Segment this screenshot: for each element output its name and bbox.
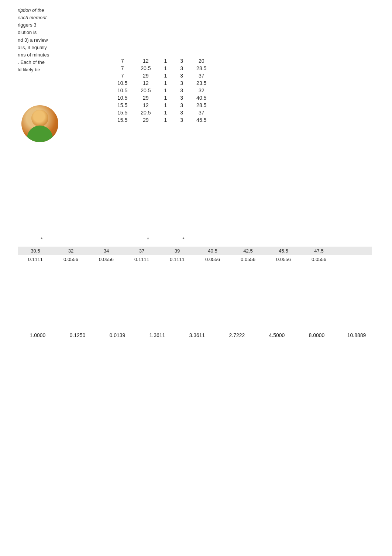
hl-row1-cell-6: 42.5 — [230, 248, 266, 254]
table1-row6-col0: 15.5 — [111, 102, 134, 109]
table1-row6-col3: 3 — [173, 102, 190, 109]
hl-row2-cell-4: 0.1111 — [159, 257, 195, 262]
table1-row5-col4: 40.5 — [190, 94, 213, 102]
table1-row4-col1: 20.5 — [134, 87, 157, 94]
table1-row8-col3: 3 — [173, 116, 190, 124]
table1-row1-col4: 28.5 — [190, 65, 213, 72]
table1-row5-col0: 10.5 — [111, 94, 134, 102]
data-table-1: 7121320720.51328.5729133710.5121323.510.… — [111, 57, 213, 124]
table1-row0-col1: 12 — [134, 57, 157, 65]
page-container: ription of the each element riggers 3 ol… — [0, 0, 392, 556]
table1-row2-col4: 37 — [190, 72, 213, 79]
table1-row2-col3: 3 — [173, 72, 190, 79]
table1-row7-col2: 1 — [158, 109, 174, 116]
avatar — [21, 105, 58, 142]
text-line-1: ription of the each element — [18, 7, 47, 20]
highlighted-table: 30.53234373940.542.545.547.5 0.11110.055… — [18, 247, 372, 264]
bottom-cell-4: 3.3611 — [177, 332, 217, 338]
table1-row2-col0: 7 — [111, 72, 134, 79]
table1-row1-col0: 7 — [111, 65, 134, 72]
asterisk-1: * — [24, 236, 59, 242]
table1-row8-col1: 29 — [134, 116, 157, 124]
table1-row8-col4: 45.5 — [190, 116, 213, 124]
table1-row3-col2: 1 — [158, 79, 174, 87]
hl-row1-cell-3: 37 — [124, 248, 159, 254]
text-line-2: riggers 3 olution is nd 3) a review alls… — [18, 22, 49, 72]
asterisk-9 — [307, 236, 343, 242]
table1-row0-col2: 1 — [158, 57, 174, 65]
asterisk-6 — [201, 236, 237, 242]
asterisk-4: * — [130, 236, 166, 242]
hl-row2-cell-0: 0.1111 — [18, 257, 53, 262]
table1-row5-col3: 3 — [173, 94, 190, 102]
table1-row4-col4: 32 — [190, 87, 213, 94]
table1-row2-col1: 29 — [134, 72, 157, 79]
table1-row1-col2: 1 — [158, 65, 174, 72]
hl-row1-cell-4: 39 — [159, 248, 195, 254]
hl-row2-cell-8: 0.0556 — [301, 257, 337, 262]
table1-row7-col4: 37 — [190, 109, 213, 116]
hl-row1-cell-8: 47.5 — [301, 248, 337, 254]
bottom-cell-1: 0.1250 — [58, 332, 97, 338]
hl-row1-cell-2: 34 — [89, 248, 124, 254]
table1-row3-col4: 23.5 — [190, 79, 213, 87]
table1-row8-col2: 1 — [158, 116, 174, 124]
table1-row6-col2: 1 — [158, 102, 174, 109]
table1-row5-col1: 29 — [134, 94, 157, 102]
hl-row2-cell-3: 0.1111 — [124, 257, 159, 262]
plain-row-2: 0.11110.05560.05560.11110.11110.05560.05… — [18, 255, 372, 264]
table1-row7-col3: 3 — [173, 109, 190, 116]
table1-row3-col3: 3 — [173, 79, 190, 87]
table1-row6-col1: 12 — [134, 102, 157, 109]
table1-row3-col1: 12 — [134, 79, 157, 87]
hl-row2-cell-1: 0.0556 — [53, 257, 89, 262]
bottom-cell-8: 10.8889 — [337, 332, 376, 338]
hl-row1-cell-5: 40.5 — [195, 248, 230, 254]
asterisk-3 — [95, 236, 130, 242]
asterisk-2 — [59, 236, 95, 242]
table1-row0-col0: 7 — [111, 57, 134, 65]
hl-row2-cell-2: 0.0556 — [89, 257, 124, 262]
hl-row1-cell-0: 30.5 — [18, 248, 53, 254]
highlighted-row-1: 30.53234373940.542.545.547.5 — [18, 247, 372, 255]
table1-row5-col2: 1 — [158, 94, 174, 102]
table1-row7-col0: 15.5 — [111, 109, 134, 116]
table1-row0-col3: 3 — [173, 57, 190, 65]
table1-row7-col1: 20.5 — [134, 109, 157, 116]
table1-row1-col1: 20.5 — [134, 65, 157, 72]
description-text: ription of the each element riggers 3 ol… — [18, 7, 88, 73]
bottom-cell-6: 4.5000 — [257, 332, 297, 338]
asterisk-5: * — [166, 236, 201, 242]
hl-row1-cell-7: 45.5 — [266, 248, 301, 254]
bottom-cell-2: 0.0139 — [97, 332, 137, 338]
hl-row2-cell-5: 0.0556 — [195, 257, 230, 262]
table1-row0-col4: 20 — [190, 57, 213, 65]
table1-row3-col0: 10.5 — [111, 79, 134, 87]
bottom-cell-0: 1.0000 — [18, 332, 58, 338]
table1-row8-col0: 15.5 — [111, 116, 134, 124]
table1-row4-col2: 1 — [158, 87, 174, 94]
hl-row2-cell-7: 0.0556 — [266, 257, 301, 262]
asterisk-8 — [272, 236, 307, 242]
table1-row6-col4: 28.5 — [190, 102, 213, 109]
bottom-values: 1.00000.12500.01391.36113.36112.72224.50… — [18, 332, 376, 338]
table1-row2-col2: 1 — [158, 72, 174, 79]
bottom-cell-5: 2.7222 — [217, 332, 257, 338]
asterisk-row: * * * — [24, 236, 343, 242]
hl-row1-cell-1: 32 — [53, 248, 89, 254]
bottom-cell-3: 1.3611 — [137, 332, 177, 338]
hl-row2-cell-6: 0.0556 — [230, 257, 266, 262]
table1-row4-col0: 10.5 — [111, 87, 134, 94]
asterisk-7 — [237, 236, 272, 242]
bottom-cell-7: 8.0000 — [297, 332, 337, 338]
table1-row1-col3: 3 — [173, 65, 190, 72]
table1-row4-col3: 3 — [173, 87, 190, 94]
